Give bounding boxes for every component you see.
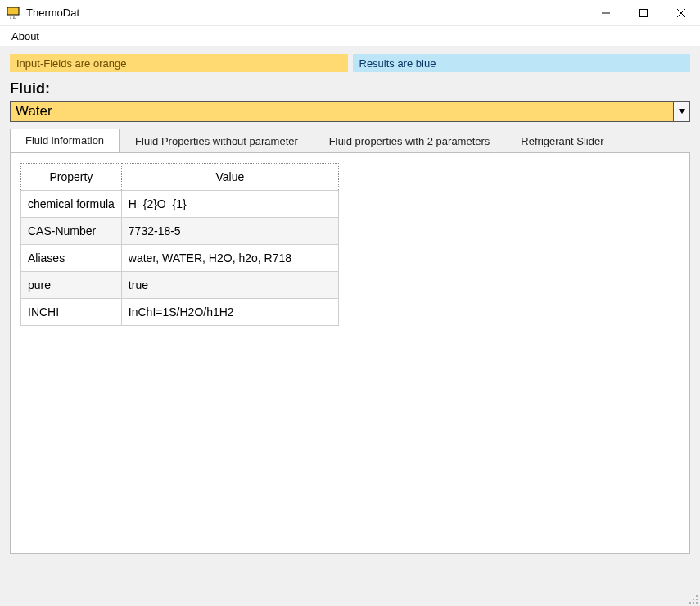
svg-point-12 [693,602,694,604]
tab-fluid-information[interactable]: Fluid information [10,129,120,152]
table-row: INCHI InChI=1S/H2O/h1H2 [21,299,339,326]
svg-point-9 [693,599,694,600]
legend-input: Input-Fields are orange [10,54,348,72]
fluid-select[interactable]: Water [10,101,690,122]
fluid-info-table: Property Value chemical formula H_{2}O_{… [20,163,339,326]
cell-property: chemical formula [21,191,122,218]
fluid-label: Fluid: [10,80,690,97]
svg-marker-7 [679,109,685,114]
table-header-value: Value [121,164,338,191]
svg-point-11 [689,602,691,604]
dropdown-arrow-icon [673,102,689,121]
minimize-button[interactable] [587,0,625,26]
svg-rect-4 [640,9,648,16]
table-row: CAS-Number 7732-18-5 [21,218,339,245]
cell-property: CAS-Number [21,218,122,245]
table-row: pure true [21,272,339,299]
cell-property: pure [21,272,122,299]
tab-fluid-properties-without-parameter[interactable]: Fluid Properties without parameter [120,129,314,152]
svg-text:D: D [13,15,17,20]
menu-bar: About [0,26,700,46]
tab-content: Property Value chemical formula H_{2}O_{… [10,152,690,554]
svg-point-13 [696,602,698,604]
cell-property: INCHI [21,299,122,326]
table-row: chemical formula H_{2}O_{1} [21,191,339,218]
cell-value: 7732-18-5 [121,218,338,245]
cell-value: water, WATER, H2O, h2o, R718 [121,245,338,272]
cell-value: true [121,272,338,299]
tab-fluid-properties-with-2-parameters[interactable]: Fluid properties with 2 parameters [314,129,506,152]
close-button[interactable] [662,0,700,26]
app-icon: T D [5,5,21,21]
fluid-select-value: Water [16,103,52,120]
svg-point-8 [696,595,698,597]
tab-refrigerant-slider[interactable]: Refrigerant Slider [505,129,619,152]
cell-property: Aliases [21,245,122,272]
maximize-button[interactable] [625,0,662,26]
window-title: ThermoDat [26,7,79,19]
tab-strip: Fluid information Fluid Properties witho… [10,129,690,153]
legend-result: Results are blue [353,54,691,72]
cell-value: InChI=1S/H2O/h1H2 [121,299,338,326]
menu-about[interactable]: About [5,29,46,44]
resize-grip-icon[interactable] [687,593,698,604]
svg-point-10 [696,599,698,600]
title-bar: T D ThermoDat [0,0,700,26]
legend-row: Input-Fields are orange Results are blue [10,54,690,72]
table-row: Aliases water, WATER, H2O, h2o, R718 [21,245,339,272]
client-area: Input-Fields are orange Results are blue… [0,46,700,606]
cell-value: H_{2}O_{1} [121,191,338,218]
table-header-property: Property [21,164,122,191]
